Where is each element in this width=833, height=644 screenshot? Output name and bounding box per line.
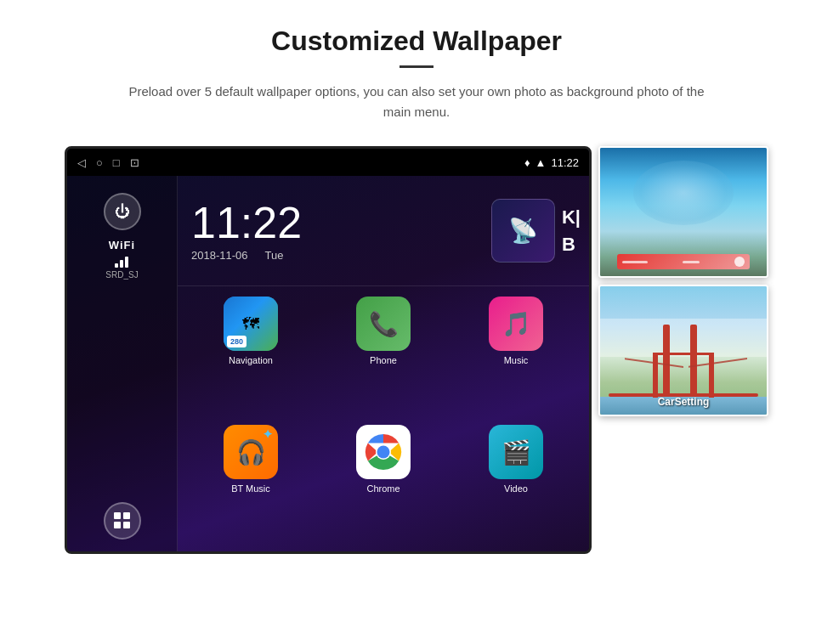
music-label: Music <box>504 355 529 365</box>
clock-date-value: 2018-11-06 <box>191 249 248 262</box>
wifi-widget: WiFi SRD_SJ <box>105 239 138 280</box>
sidebar-top: ⏻ WiFi SRD_SJ <box>104 193 141 280</box>
carsetting-label: CarSetting <box>658 396 710 415</box>
btmusic-label: BT Music <box>231 483 270 494</box>
clock-widget-area: 11:22 2018-11-06 Tue 📡 K| <box>178 176 589 286</box>
video-icon: 🎬 <box>489 425 543 479</box>
status-time: 11:22 <box>551 156 579 169</box>
wifi-bar-1 <box>115 263 118 268</box>
apps-grid-button[interactable] <box>104 502 141 539</box>
phone-icon: 📞 <box>356 297 411 351</box>
media-letter-k: K| <box>562 206 581 229</box>
app-item-chrome[interactable]: Chrome <box>320 425 446 546</box>
clock-section: 11:22 2018-11-06 Tue <box>178 176 483 285</box>
radio-widget[interactable]: 📡 <box>491 199 555 263</box>
page-title: Customized Wallpaper <box>271 25 562 57</box>
svg-point-2 <box>377 446 390 459</box>
wifi-ssid: SRD_SJ <box>105 270 138 280</box>
chrome-label: Chrome <box>366 483 400 494</box>
app-item-video[interactable]: 🎬 Video <box>453 425 579 546</box>
clock-date: 2018-11-06 Tue <box>191 249 469 262</box>
screen-content: ⏻ WiFi SRD_SJ <box>67 176 589 554</box>
status-bar-right: ♦ ▲ 11:22 <box>524 156 579 169</box>
status-bar: ◁ ○ □ ⊡ ♦ ▲ 11:22 <box>67 149 589 176</box>
app-item-music[interactable]: 🎵 Music <box>453 297 579 418</box>
wifi-bar-2 <box>120 260 123 268</box>
recent-nav-icon[interactable]: □ <box>113 156 120 169</box>
navigation-icon: 🗺 280 <box>224 297 278 351</box>
navigation-label: Navigation <box>229 355 273 365</box>
wallpaper-thumb-bridge[interactable]: CarSetting <box>598 285 768 416</box>
app-grid: 🗺 280 Navigation 📞 Phone <box>178 286 589 554</box>
sidebar-bottom <box>104 502 141 539</box>
apps-grid-icon <box>114 512 131 529</box>
app-item-btmusic[interactable]: 🎧 ✦ BT Music <box>188 425 314 546</box>
chrome-icon <box>356 425 411 479</box>
signal-icon: ▲ <box>536 156 547 169</box>
wifi-bar-3 <box>125 257 128 268</box>
location-icon: ♦ <box>524 156 530 169</box>
btmusic-icon: 🎧 ✦ <box>224 425 278 479</box>
power-icon: ⏻ <box>115 203 130 221</box>
app-item-navigation[interactable]: 🗺 280 Navigation <box>188 297 314 418</box>
wifi-bars <box>115 254 128 268</box>
wallpaper-thumb-ice[interactable] <box>598 146 768 278</box>
page-subtitle: Preload over 5 default wallpaper options… <box>119 82 714 122</box>
media-letter-b: B <box>562 234 581 256</box>
main-content: ◁ ○ □ ⊡ ♦ ▲ 11:22 ⏻ <box>51 146 782 554</box>
app-item-phone[interactable]: 📞 Phone <box>320 297 446 418</box>
back-nav-icon[interactable]: ◁ <box>77 156 86 169</box>
page-container: Customized Wallpaper Preload over 5 defa… <box>0 0 833 644</box>
sidebar: ⏻ WiFi SRD_SJ <box>67 176 178 554</box>
wallpaper-stack: CarSetting <box>598 146 768 416</box>
chrome-svg <box>362 431 405 473</box>
camera-nav-icon[interactable]: ⊡ <box>130 156 139 169</box>
media-widget: K| B <box>562 206 581 256</box>
power-button[interactable]: ⏻ <box>104 193 141 230</box>
wifi-label: WiFi <box>109 239 135 251</box>
phone-label: Phone <box>370 355 397 365</box>
title-divider <box>400 65 434 68</box>
clock-day-value: Tue <box>265 249 284 262</box>
device-frame: ◁ ○ □ ⊡ ♦ ▲ 11:22 ⏻ <box>65 146 592 554</box>
clock-time: 11:22 <box>191 201 469 245</box>
video-label: Video <box>504 483 528 494</box>
status-bar-left: ◁ ○ □ ⊡ <box>77 156 139 169</box>
home-nav-icon[interactable]: ○ <box>96 156 103 169</box>
main-area: 11:22 2018-11-06 Tue 📡 K| <box>178 176 589 554</box>
radio-icon: 📡 <box>508 217 538 245</box>
music-icon: 🎵 <box>489 297 543 351</box>
clock-widgets-right: 📡 K| B <box>483 176 589 285</box>
